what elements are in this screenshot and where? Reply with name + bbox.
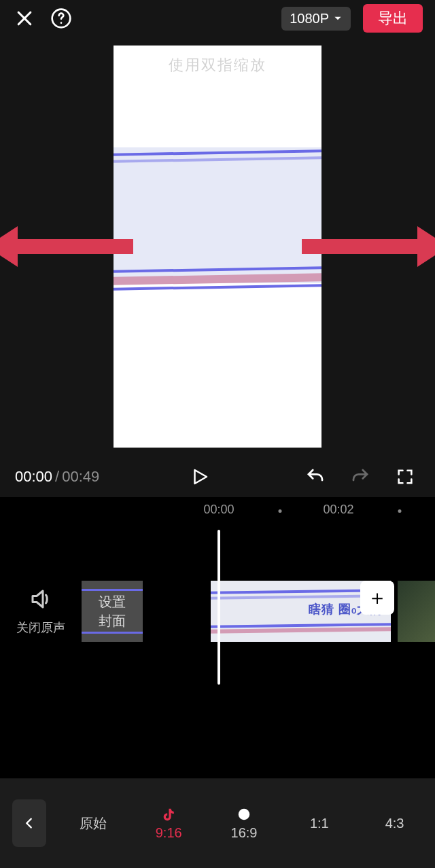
timeline[interactable]: 00:00 00:02 关闭原声 设置 封面 瞎猜 圈₀大的 xyxy=(0,497,435,778)
next-clip-thumbnail[interactable] xyxy=(398,581,435,642)
aspect-1-1[interactable]: 1:1 xyxy=(291,816,347,831)
svg-point-5 xyxy=(239,808,250,820)
ruler-tick: 00:00 xyxy=(203,503,234,517)
resolution-selector[interactable]: 1080P xyxy=(281,7,351,31)
svg-marker-4 xyxy=(195,470,207,484)
aspect-9-16[interactable]: 9:16 xyxy=(141,806,197,841)
xigua-icon xyxy=(237,807,251,822)
annotation-arrow-right xyxy=(302,226,435,267)
current-time: 00:00 xyxy=(15,468,52,485)
aspect-4-3[interactable]: 4:3 xyxy=(366,816,423,831)
aspect-16-9[interactable]: 16:9 xyxy=(216,806,273,841)
timeline-ruler: 00:00 00:02 xyxy=(0,503,435,523)
plus-icon: ＋ xyxy=(367,584,387,612)
add-clip-button[interactable]: ＋ xyxy=(360,581,394,615)
resolution-label: 1080P xyxy=(290,11,329,26)
play-icon xyxy=(190,467,210,487)
close-button[interactable] xyxy=(12,6,37,31)
fullscreen-icon xyxy=(396,467,415,486)
undo-button[interactable] xyxy=(300,462,330,492)
total-time: 00:49 xyxy=(62,468,99,485)
export-label: 导出 xyxy=(378,10,408,26)
chevron-down-icon xyxy=(333,14,343,23)
video-canvas[interactable]: 使用双指缩放 xyxy=(114,46,321,448)
help-icon xyxy=(50,7,72,29)
speaker-icon xyxy=(29,587,53,611)
aspect-original[interactable]: 原始 xyxy=(65,814,122,833)
mute-toggle[interactable] xyxy=(29,587,53,614)
play-button[interactable] xyxy=(185,462,215,492)
redo-button[interactable] xyxy=(345,462,375,492)
ruler-tick: 00:02 xyxy=(323,503,353,517)
fullscreen-button[interactable] xyxy=(390,462,420,492)
annotation-arrow-left xyxy=(0,226,133,267)
back-button[interactable] xyxy=(12,799,46,847)
playhead[interactable] xyxy=(218,530,220,685)
douyin-icon xyxy=(161,807,176,822)
undo-icon xyxy=(305,467,326,487)
redo-icon xyxy=(350,467,370,487)
svg-point-3 xyxy=(60,22,63,24)
close-icon xyxy=(14,8,35,29)
chevron-left-icon xyxy=(22,816,37,831)
aspect-ratio-bar: 原始 9:16 16:9 1:1 4:3 xyxy=(0,778,435,868)
mute-label: 关闭原声 xyxy=(16,619,65,636)
set-cover-button[interactable]: 设置 封面 xyxy=(82,581,143,642)
pinch-zoom-hint: 使用双指缩放 xyxy=(114,55,321,75)
preview-area[interactable]: 使用双指缩放 xyxy=(0,37,435,456)
time-display: 00:00/00:49 xyxy=(15,468,99,486)
export-button[interactable]: 导出 xyxy=(363,4,423,33)
help-button[interactable] xyxy=(49,6,73,31)
